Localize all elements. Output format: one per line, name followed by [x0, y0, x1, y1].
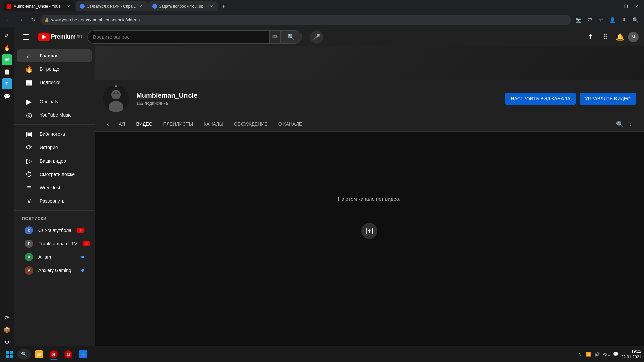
nav-item-watch-later[interactable]: ⏱ Смотреть позже [17, 168, 92, 181]
tray-network[interactable]: 📶 [585, 351, 592, 358]
tray-volume[interactable]: 🔊 [594, 351, 600, 358]
upload-button[interactable]: ⬆ [584, 30, 597, 44]
address-actions: 📷 🛡 ☆ 👤 ⬇ 🔍 [574, 15, 640, 25]
address-bar: ← → ↻ 🔒 www.youtube.com/c/mumblemanuncle… [0, 13, 644, 27]
search-addr-btn[interactable]: 🔍 [631, 15, 640, 25]
mic-button[interactable]: 🎤 [310, 30, 323, 44]
apps-button[interactable]: ⠿ [598, 30, 612, 44]
yt-search-bar: ⌨ 🔍 [87, 30, 302, 44]
svg-point-4 [117, 92, 119, 94]
sub-item-sluga[interactable]: С СЛУга Футбола ● [17, 224, 92, 237]
channel-info: Mumbleman_Uncle 162 подписчика [136, 92, 499, 106]
your-videos-icon: ▷ [25, 157, 33, 165]
nav-item-wreckfest[interactable]: ≡ Wreckfest [17, 181, 92, 194]
nav-item-trending[interactable]: 🔥 В тренде [17, 62, 92, 76]
upload-icon-button[interactable] [361, 223, 377, 239]
nav-label-home: Главная [40, 53, 59, 58]
close-button[interactable]: ✕ [632, 2, 641, 11]
channel-tab-playlists[interactable]: ПЛЕЙЛИСТЫ [158, 117, 199, 131]
sub-live-frank: ● [83, 241, 90, 246]
taskbar-search[interactable]: 🔍 [17, 349, 31, 360]
nav-item-your-videos[interactable]: ▷ Ваши видео [17, 154, 92, 168]
bs-icon-1[interactable]: ☺ [2, 30, 12, 41]
tray-language[interactable]: РУС [602, 352, 610, 357]
screenshot-btn[interactable]: 📷 [574, 15, 583, 25]
tray-notification-icon[interactable]: 💬 [612, 351, 619, 358]
taskbar-explorer[interactable]: 📁 [32, 348, 46, 361]
profile-btn[interactable]: 👤 [608, 15, 617, 25]
forward-button[interactable]: → [16, 15, 25, 25]
nav-label-your-videos: Ваши видео [40, 158, 66, 164]
yt-logo-text: Premium [51, 33, 76, 40]
bs-icon-box[interactable]: 📦 [2, 324, 12, 335]
sub-item-anxiety[interactable]: A Anxiety Gaming [17, 264, 92, 277]
nav-item-library[interactable]: ▣ Библиотека [17, 127, 92, 141]
url-text: www.youtube.com/c/mumblemanuncle/videos [51, 17, 567, 22]
tab-close-3[interactable]: ✕ [209, 4, 214, 9]
taskbar-apps[interactable]: ▪ [76, 348, 90, 361]
tab-active[interactable]: Mumbleman_Uncle - YouT... ✕ [3, 1, 75, 11]
yt-logo[interactable]: Premium RU [38, 33, 82, 41]
sub-item-alliam[interactable]: A Alliam [17, 250, 92, 264]
sub-label-anxiety: Anxiety Gaming [38, 268, 71, 273]
nav-item-music[interactable]: ◎ YouTube Music [17, 108, 92, 122]
nav-item-expand[interactable]: ∨ Развернуть [17, 194, 92, 208]
channel-tab-video[interactable]: ВИДЕО [130, 117, 158, 131]
shield-btn[interactable]: 🛡 [585, 15, 594, 25]
taskbar-opera[interactable]: O [62, 348, 75, 361]
channel-tab-channels[interactable]: КАНАЛЫ [198, 117, 229, 131]
bs-icon-history[interactable]: ⟳ [2, 312, 12, 323]
search-input[interactable] [87, 30, 269, 44]
nav-item-subscriptions[interactable]: ▦ Подписки [17, 76, 92, 89]
sub-item-frank[interactable]: F FrankLampard_TV ● [17, 237, 92, 250]
channel-tab-about[interactable]: О КАНАЛЕ [273, 117, 308, 131]
tab-3[interactable]: Задать вопрос - YouTub... ✕ [148, 1, 218, 11]
customize-channel-button[interactable]: НАСТРОИТЬ ВИД КАНАЛА [505, 93, 576, 105]
url-bar[interactable]: 🔒 www.youtube.com/c/mumblemanuncle/video… [40, 15, 571, 25]
channel-tab-search-button[interactable]: 🔍 [614, 119, 625, 130]
taskbar-yandex[interactable]: Я [47, 348, 60, 361]
nav-label-music: YouTube Music [40, 112, 71, 118]
tray-clock[interactable]: 19:22 22.01.2021 [621, 349, 641, 360]
new-tab-button[interactable]: + [219, 2, 228, 11]
bs-icon-2[interactable]: 🔥 [2, 42, 12, 53]
sub-avatar-anxiety: A [25, 266, 33, 275]
sub-avatar-frank: F [25, 240, 33, 248]
bs-icon-4[interactable]: 📋 [2, 66, 12, 77]
star-btn[interactable]: ☆ [596, 15, 606, 25]
start-button[interactable] [3, 348, 16, 361]
channel-subscribers: 162 подписчика [136, 101, 499, 106]
nav-label-history: История [40, 145, 58, 150]
sub-label-sluga: СЛУга Футбола [38, 228, 71, 233]
tab-2[interactable]: Связаться с нами - Спра... ✕ [76, 1, 148, 11]
tab-close-2[interactable]: ✕ [138, 4, 144, 9]
download-btn[interactable]: ⬇ [619, 15, 629, 25]
back-button[interactable]: ← [4, 15, 13, 25]
menu-button[interactable] [19, 30, 33, 44]
channel-avatar-svg [103, 85, 129, 112]
bs-icon-telegram[interactable]: T [2, 78, 12, 89]
search-button[interactable]: 🔍 [280, 30, 302, 44]
channel-tab-ay[interactable]: АЯ [113, 117, 130, 131]
manage-videos-button[interactable]: УПРАВЛЯТЬ ВИДЕО [580, 93, 636, 105]
yt-header: Premium RU ⌨ 🔍 🎤 ⬆ ⠿ 🔔 M [14, 27, 644, 46]
nav-item-originals[interactable]: ▶ Originals [17, 95, 92, 108]
tab-close-1[interactable]: ✕ [66, 4, 71, 9]
nav-item-history[interactable]: ⟳ История [17, 141, 92, 154]
lock-icon: 🔒 [44, 18, 49, 22]
expand-icon: ∨ [25, 197, 33, 205]
tabs-prev-button[interactable]: ‹ [103, 119, 113, 130]
browser-chrome: Mumbleman_Uncle - YouT... ✕ Связаться с … [0, 0, 644, 27]
maximize-button[interactable]: ❐ [621, 2, 631, 11]
bs-icon-chat[interactable]: 💬 [2, 90, 12, 101]
minimize-button[interactable]: — [610, 2, 620, 11]
bs-icon-whatsapp[interactable]: W [2, 54, 12, 65]
channel-tab-discussion[interactable]: ОБСУЖДЕНИЕ [229, 117, 273, 131]
reload-button[interactable]: ↻ [28, 15, 38, 25]
nav-item-home[interactable]: ⌂ Главная [17, 49, 92, 62]
tray-show-hidden[interactable]: ∧ [576, 351, 583, 358]
notifications-button[interactable]: 🔔 [613, 30, 627, 44]
avatar[interactable]: M [628, 32, 639, 42]
tabs-next-button[interactable]: › [625, 119, 636, 130]
library-icon: ▣ [25, 130, 33, 138]
